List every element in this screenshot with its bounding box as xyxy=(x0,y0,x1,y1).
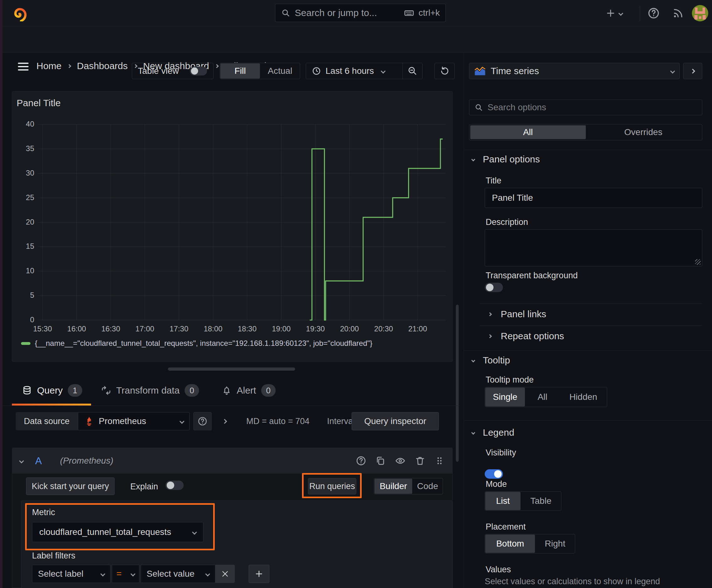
tooltip-single-option[interactable]: Single xyxy=(486,387,525,406)
tab-overrides[interactable]: Overrides xyxy=(586,125,701,139)
actual-option[interactable]: Actual xyxy=(260,63,300,79)
tooltip-mode-segmented: Single All Hidden xyxy=(485,387,607,407)
chart-svg[interactable] xyxy=(12,91,452,361)
repeat-options-header[interactable]: Repeat options xyxy=(489,331,564,341)
description-textarea[interactable] xyxy=(485,229,702,266)
code-option[interactable]: Code xyxy=(412,478,443,494)
legend-table-option[interactable]: Table xyxy=(521,491,561,510)
resize-handle-icon[interactable] xyxy=(695,259,701,265)
delete-query-icon[interactable] xyxy=(415,456,425,466)
datasource-picker[interactable]: Prometheus xyxy=(78,412,190,430)
datasource-help-button[interactable] xyxy=(193,412,212,430)
legend-mode-label: Mode xyxy=(486,479,507,489)
news-button[interactable] xyxy=(672,7,684,21)
fill-option[interactable]: Fill xyxy=(220,63,260,79)
transform-icon xyxy=(101,385,111,396)
options-sidebar: Time series Search options All Overrides… xyxy=(464,53,712,588)
kick-start-query-button[interactable]: Kick start your query xyxy=(26,478,114,495)
query-help-icon[interactable] xyxy=(356,456,366,466)
datasource-value: Prometheus xyxy=(99,416,176,426)
table-view-control[interactable]: Table view xyxy=(132,63,214,79)
mega-menu-button[interactable] xyxy=(18,62,29,72)
global-search-placeholder: Search or jump to... xyxy=(295,7,400,18)
user-avatar[interactable] xyxy=(692,5,708,21)
tooltip-header[interactable]: Tooltip xyxy=(472,355,510,365)
breadcrumb-home[interactable]: Home xyxy=(37,61,62,71)
grafana-edit-panel-screen: Search or jump to... ctrl+k xyxy=(0,0,712,588)
query-row-header[interactable]: A (Prometheus) xyxy=(12,448,452,474)
visualization-picker[interactable]: Time series xyxy=(469,63,679,79)
run-queries-button[interactable]: Run queries xyxy=(308,478,356,495)
drag-query-handle[interactable] xyxy=(434,456,445,466)
select-label-dropdown[interactable]: Select label xyxy=(32,565,110,583)
table-view-label: Table view xyxy=(138,66,179,76)
hide-query-icon[interactable] xyxy=(395,456,406,466)
tooltip-hidden-option[interactable]: Hidden xyxy=(560,387,607,407)
breadcrumb-dashboards[interactable]: Dashboards xyxy=(77,61,128,71)
refresh-icon xyxy=(439,66,450,76)
label-filter-row: Select label = Select value xyxy=(32,565,269,583)
explain-label: Explain xyxy=(130,482,158,491)
label-filters-label: Label filters xyxy=(32,551,75,561)
panel-options-header[interactable]: Panel options xyxy=(472,154,540,165)
tab-transform-data[interactable]: Transform data 0 xyxy=(101,377,199,404)
tab-query[interactable]: Query 1 xyxy=(22,377,82,404)
legend-visibility-toggle[interactable] xyxy=(485,469,503,479)
legend-section-header[interactable]: Legend xyxy=(472,427,514,438)
duplicate-query-icon[interactable] xyxy=(375,456,386,466)
chevron-down-icon xyxy=(471,358,475,362)
add-filter-button[interactable] xyxy=(249,565,269,583)
tab-all[interactable]: All xyxy=(470,125,586,139)
tab-alert-label: Alert xyxy=(237,385,256,396)
options-search-box[interactable]: Search options xyxy=(469,100,702,115)
legend-bottom-option[interactable]: Bottom xyxy=(486,534,535,553)
table-view-toggle[interactable] xyxy=(190,67,207,76)
chevron-down-icon xyxy=(381,68,386,74)
metric-select[interactable]: cloudflared_tunnel_total_requests xyxy=(32,522,203,542)
legend-heading: Legend xyxy=(483,427,514,438)
tooltip-all-option[interactable]: All xyxy=(525,387,560,407)
tab-alert-count: 0 xyxy=(261,384,276,397)
collapse-options-chevron[interactable] xyxy=(222,419,227,424)
tab-alert[interactable]: Alert 0 xyxy=(222,377,276,404)
chevron-right-icon xyxy=(67,64,71,68)
transparent-background-toggle[interactable] xyxy=(485,283,503,292)
tab-transform-count: 0 xyxy=(185,384,199,397)
grafana-logo-icon[interactable] xyxy=(12,5,27,21)
toggle-viz-list-button[interactable] xyxy=(683,63,702,79)
toggle-knob xyxy=(486,284,494,291)
panel-title-input-value: Panel Title xyxy=(492,193,533,203)
time-range-picker[interactable]: Last 6 hours xyxy=(306,66,403,76)
legend-placement-label: Placement xyxy=(486,522,526,532)
legend-right-option[interactable]: Right xyxy=(535,534,575,553)
visualization-name: Time series xyxy=(491,66,666,76)
panel-links-header[interactable]: Panel links xyxy=(489,309,546,319)
panel-title-input[interactable]: Panel Title xyxy=(485,188,702,208)
query-editor-card: A (Prometheus) Kick start your query Exp… xyxy=(12,447,453,588)
explain-toggle[interactable] xyxy=(166,481,184,490)
help-icon xyxy=(647,7,660,19)
panel-resize-handle[interactable] xyxy=(168,368,295,371)
plus-icon xyxy=(254,569,264,579)
section-divider xyxy=(464,351,712,351)
datasource-row: Data source Prometheus MD = auto = 704 I… xyxy=(16,412,378,430)
refresh-button[interactable] xyxy=(434,63,455,79)
series-line xyxy=(310,139,443,320)
global-search-box[interactable]: Search or jump to... ctrl+k xyxy=(275,4,446,22)
legend-item[interactable]: {__name__="cloudflared_tunnel_total_requ… xyxy=(21,339,372,348)
title-label: Title xyxy=(486,176,501,186)
operator-dropdown[interactable]: = xyxy=(112,565,139,583)
legend-swatch xyxy=(21,342,30,345)
help-button[interactable] xyxy=(647,7,660,21)
legend-list-option[interactable]: List xyxy=(486,492,520,510)
new-menu-button[interactable] xyxy=(605,6,623,20)
select-label-placeholder: Select label xyxy=(38,569,101,579)
query-inspector-button[interactable]: Query inspector xyxy=(352,412,439,430)
remove-filter-button[interactable] xyxy=(215,565,235,583)
builder-option[interactable]: Builder xyxy=(374,479,412,494)
chevron-right-icon xyxy=(488,312,492,316)
select-value-dropdown[interactable]: Select value xyxy=(141,565,215,583)
zoom-out-button[interactable] xyxy=(403,66,422,76)
section-divider xyxy=(464,420,712,421)
chevron-right-icon xyxy=(690,68,695,74)
